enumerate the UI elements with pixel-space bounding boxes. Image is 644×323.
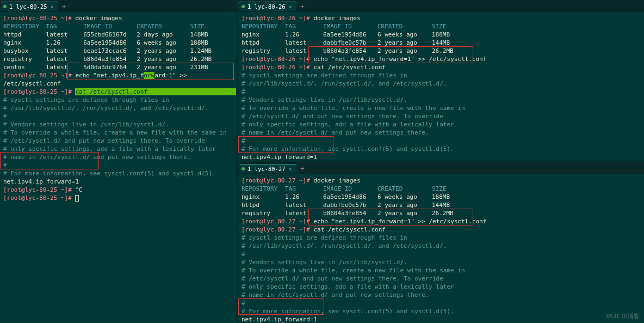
watermark: ©51CTO博客 [606, 312, 640, 320]
prompt: [root@lyc-80-26 ~]# [242, 64, 310, 71]
tab-label: 1 lyc-80-26 [247, 3, 286, 10]
table-row: registrylatestb8604a3fe8542 years ago26.… [242, 47, 641, 55]
output-line: net.ipv4.ip_forward=1 [242, 315, 641, 323]
table-header: REPOSITORYTAGIMAGE IDCREATEDSIZE [242, 22, 641, 31]
prompt: [root@lyc-80-26 ~]# [242, 56, 310, 63]
prompt: [root@lyc-80-25 ~]# [3, 72, 72, 79]
output-line: # sysctl settings are defined through fi… [242, 71, 641, 80]
terminal-output[interactable]: [root@lyc-80-26 ~]# docker images REPOSI… [238, 12, 644, 160]
tab-host-25[interactable]: 1 lyc-80-25× [1, 2, 58, 11]
cursor-icon [75, 195, 79, 202]
cmd: docker images [313, 15, 360, 22]
table-row: centoslatest5d0da3dc97642 years ago231MB [3, 63, 233, 71]
prompt: [root@lyc-80-26 ~]# [242, 15, 310, 22]
prompt: [root@lyc-80-25 ~]# [3, 15, 72, 22]
tab-bar: 1 lyc-80-25× + [0, 0, 236, 12]
table-header: REPOSITORYTAGIMAGE IDCREATEDSIZE [242, 185, 641, 193]
prompt: [root@lyc-80-25 ~]# [3, 88, 72, 95]
output-line: # [242, 88, 641, 96]
output-line: # /usr/lib/sysctl.d/, /run/sysctl.d/, an… [242, 242, 641, 250]
cmd: docker images [313, 177, 360, 184]
output-line: # name in /etc/sysctl.d/ and put new set… [242, 291, 641, 299]
output-line: # only specific settings, add a file wit… [242, 283, 641, 291]
output-line: # [3, 161, 233, 169]
close-icon[interactable]: × [289, 166, 292, 172]
cmd: ^C [75, 186, 82, 193]
output-line: # Vendors settings live in /usr/lib/sysc… [3, 120, 233, 129]
output-line: # name in /etc/sysctl.d/ and put new set… [3, 153, 233, 161]
cmd: cat /etc/sysctl.conf [313, 64, 385, 71]
output-line: # /usr/lib/sysctl.d/, /run/sysctl.d/, an… [3, 104, 233, 112]
tab-bar: 1 lyc-80-27× + [238, 162, 644, 174]
output-line: # [242, 250, 641, 258]
output-line: # only specific settings, add a file wit… [242, 120, 641, 129]
table-row: httpdlatestdabbfbe0c57b2 years ago144MB [242, 201, 641, 209]
output-line: # name in /etc/sysctl.d/ and put new set… [242, 129, 641, 137]
terminal-output[interactable]: [root@lyc-80-27 ~]# docker images REPOSI… [238, 174, 644, 323]
tab-host-27[interactable]: 1 lyc-80-27× [239, 164, 296, 173]
terminal-pane-27: 1 lyc-80-27× + [root@lyc-80-27 ~]# docke… [238, 162, 644, 323]
output-line: net.ipv4.ip_forward=1 [3, 178, 233, 186]
table-row: nginx1.266a5ee1954d866 weeks ago188MB [3, 39, 233, 47]
output-line: # Vendors settings live in /usr/lib/sysc… [242, 258, 641, 266]
table-row: registrylatestb8604a3fe8542 years ago26.… [3, 55, 233, 63]
tab-host-26[interactable]: 1 lyc-80-26× [239, 2, 296, 11]
add-tab-button[interactable]: + [298, 164, 307, 173]
output-line: # For more information, see sysctl.conf(… [242, 145, 641, 153]
cmd: echo "net.ipv4.ip_forward=1" >> /etc/sys… [313, 56, 486, 63]
output-line: # only specific settings, add a file wit… [3, 145, 233, 153]
status-dot-icon [242, 167, 245, 170]
table-row: registrylatestb8604a3fe8542 years ago26.… [242, 209, 641, 217]
status-dot-icon [3, 5, 7, 8]
output-line: net.ipv4.ip_forward=1 [242, 153, 641, 160]
prompt: [root@lyc-80-27 ~]# [242, 218, 310, 225]
output-line: # To override a whole file, create a new… [3, 129, 233, 137]
cmd: cat /etc/sysctl.conf [313, 226, 385, 233]
table-row: nginx1.266a5ee1954d866 weeks ago188MB [242, 193, 641, 201]
terminal-output[interactable]: [root@lyc-80-25 ~]# docker images REPOSI… [0, 12, 236, 323]
cmd-highlight: cat /etc/sysctl.conf [75, 88, 147, 95]
prompt: [root@lyc-80-25 ~]# [3, 194, 72, 202]
output-line: # Vendors settings live in /usr/lib/sysc… [242, 96, 641, 104]
output-line: # [242, 299, 641, 307]
table-row: httpdlatestdabbfbe0c57b2 years ago144MB [242, 39, 641, 47]
output-line: # For more information, see sysctl.conf(… [3, 169, 233, 178]
output-line: # /etc/sysctl.d/ and put new settings th… [242, 112, 641, 120]
prompt: [root@lyc-80-27 ~]# [242, 177, 310, 184]
tab-label: 1 lyc-80-27 [247, 166, 286, 172]
output-line: # For more information, see sysctl.conf(… [242, 307, 641, 315]
output-line: # sysctl settings are defined through fi… [242, 234, 641, 242]
output-line: # [242, 137, 641, 145]
tab-bar: 1 lyc-80-26× + [238, 0, 644, 12]
table-row: busyboxlatestbeae173ccac62 years ago1.24… [3, 47, 233, 55]
prompt: [root@lyc-80-27 ~]# [242, 226, 310, 233]
add-tab-button[interactable]: + [59, 2, 69, 10]
cursor-highlight: orw [144, 72, 154, 79]
terminal-pane-26: 1 lyc-80-26× + [root@lyc-80-26 ~]# docke… [238, 0, 644, 160]
cmd: docker images [75, 15, 122, 22]
output-line: # To override a whole file, create a new… [242, 266, 641, 275]
terminal-pane-25: 1 lyc-80-25× + [root@lyc-80-25 ~]# docke… [0, 0, 236, 323]
output-line: # To override a whole file, create a new… [242, 104, 641, 112]
table-row: nginx1.266a5ee1954d866 weeks ago188MB [242, 31, 641, 39]
table-row: httpdlatest655cbd66167d2 days ago148MB [3, 31, 233, 39]
tab-label: 1 lyc-80-25 [9, 3, 47, 10]
add-tab-button[interactable]: + [298, 2, 307, 10]
prompt: [root@lyc-80-25 ~]# [3, 186, 72, 193]
output-line: # /usr/lib/sysctl.d/, /run/sysctl.d/, an… [242, 80, 641, 88]
table-header: REPOSITORYTAGIMAGE IDCREATEDSIZE [3, 22, 233, 31]
cmd: echo "net.ipv4.ip_forward=1" >> /etc/sys… [313, 218, 486, 225]
output-line: # sysctl settings are defined through fi… [3, 96, 233, 104]
output-line: # /etc/sysctl.d/ and put new settings th… [242, 275, 641, 283]
status-dot-icon [242, 5, 245, 8]
close-icon[interactable]: × [289, 3, 292, 10]
output-line: # /etc/sysctl.d/ and put new settings th… [3, 137, 233, 145]
output-line: # [3, 112, 233, 120]
close-icon[interactable]: × [51, 3, 54, 10]
